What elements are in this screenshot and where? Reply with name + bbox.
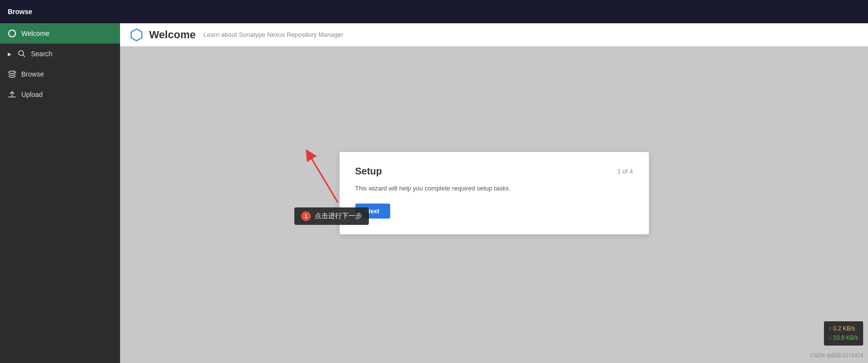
dialog-overlay: Setup 1 of 4 This wizard will help you c… xyxy=(120,23,868,363)
sidebar-label-search: Search xyxy=(31,50,52,58)
dialog-title: Setup xyxy=(355,166,382,177)
top-bar: Browse xyxy=(0,0,868,23)
sidebar: Welcome ▶ Search Browse xyxy=(0,23,120,363)
sidebar-item-browse[interactable]: Browse xyxy=(0,64,120,84)
dialog-description: This wizard will help you complete requi… xyxy=(355,185,633,192)
layers-icon xyxy=(8,70,16,79)
svg-point-2 xyxy=(9,71,15,74)
download-stat: ↓ 10.9 KB/s xyxy=(829,333,858,343)
content-area: Welcome Learn about Sonatype Nexus Repos… xyxy=(120,23,868,363)
sidebar-item-welcome[interactable]: Welcome xyxy=(0,23,120,44)
main-layout: Welcome ▶ Search Browse xyxy=(0,23,868,363)
circle-icon xyxy=(8,29,16,38)
search-icon xyxy=(17,49,26,58)
next-button[interactable]: Next xyxy=(355,204,390,219)
dialog-header: Setup 1 of 4 xyxy=(355,166,633,177)
top-bar-title: Browse xyxy=(8,8,32,16)
setup-dialog: Setup 1 of 4 This wizard will help you c… xyxy=(339,152,649,235)
sidebar-label-browse: Browse xyxy=(21,70,44,78)
sidebar-label-upload: Upload xyxy=(21,91,43,98)
chevron-right-icon: ▶ xyxy=(8,51,12,57)
watermark: CSDN @陌影2272424 xyxy=(810,352,863,359)
sidebar-item-search[interactable]: ▶ Search xyxy=(0,44,120,64)
network-stats: ↑ 0.2 KB/s ↓ 10.9 KB/s xyxy=(824,321,863,346)
sidebar-item-upload[interactable]: Upload xyxy=(0,84,120,105)
dialog-step: 1 of 4 xyxy=(617,168,633,175)
svg-line-1 xyxy=(23,55,25,57)
sidebar-label-welcome: Welcome xyxy=(21,30,49,37)
upload-stat: ↑ 0.2 KB/s xyxy=(829,324,858,333)
upload-icon xyxy=(8,90,16,99)
